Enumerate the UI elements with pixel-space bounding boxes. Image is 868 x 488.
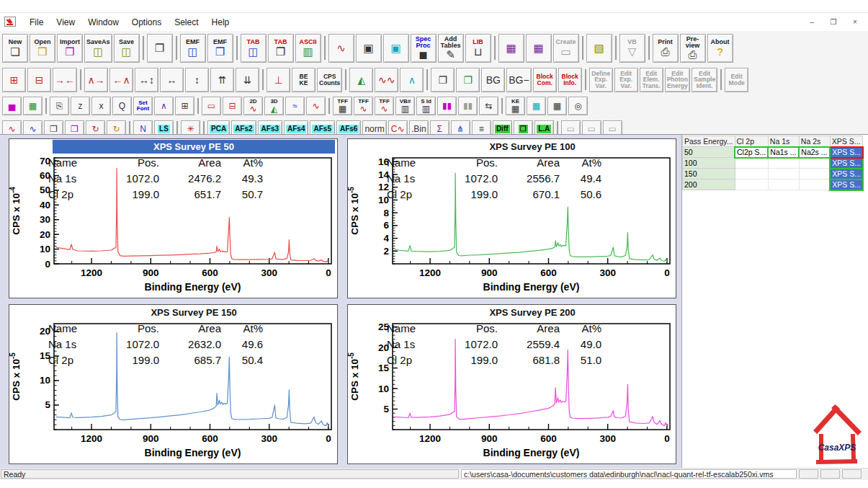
page-up-button[interactable]: ⇈ [210, 68, 234, 92]
convert-blocks-button[interactable]: ▦ [498, 34, 524, 63]
instrument-frame-button[interactable]: ▣ [356, 34, 382, 63]
set-font-button[interactable]: Set Font [133, 97, 153, 115]
minimize-button[interactable]: – [806, 18, 818, 26]
cl2p-cell[interactable] [735, 169, 768, 179]
view-menu[interactable]: View [50, 15, 81, 30]
zoom-state-button[interactable]: ⊞ [2, 68, 26, 92]
print-button[interactable]: Print ⎙ [653, 34, 679, 63]
browser-column-header[interactable]: Pass Energy... [683, 136, 735, 147]
pass-energy-cell[interactable]: 100 [683, 158, 735, 169]
na2s-cell[interactable] [799, 158, 830, 169]
new-button[interactable]: New ❏ [2, 34, 28, 63]
cl2p-cell[interactable] [735, 179, 768, 190]
page-rows-button[interactable]: ⊟ [223, 97, 242, 115]
na2s-cell[interactable] [799, 179, 830, 190]
save-button[interactable]: Save ◫ [114, 34, 140, 63]
panel-title-bar[interactable]: XPS Survey PE 200 [391, 306, 674, 319]
na1s-cell[interactable] [768, 158, 799, 169]
export-emf-disk-button[interactable]: EMF ◫ [180, 34, 206, 63]
quad-view-button[interactable]: ⊞ [175, 97, 194, 115]
plot-3d-surface-button[interactable]: 3D ◭ [264, 97, 284, 115]
panel-title-bar[interactable]: XPS Survey PE 100 [391, 140, 674, 154]
plot-2d-button[interactable]: 2D ∿ [243, 97, 263, 115]
report-clipboard-button[interactable]: ⎘ [50, 97, 69, 115]
plot-3d-button[interactable]: ◭ [349, 68, 373, 92]
na1s-cell[interactable] [768, 169, 799, 179]
tff-baseline-button[interactable]: TFF ∿ [375, 97, 394, 115]
region-fill-button[interactable]: ∧ [400, 68, 424, 92]
cl2p-cell[interactable] [735, 158, 768, 169]
toolbar-options-button[interactable]: ∿ [328, 34, 354, 63]
stack-overlay-button[interactable]: ∿ [306, 97, 326, 115]
column-colors-button[interactable]: ▮▮ [437, 97, 457, 115]
copy-x-button[interactable]: x [91, 97, 111, 115]
panel-title-bar[interactable]: XPS Survey PE 50 [53, 140, 335, 154]
copy-z-button[interactable]: z [71, 97, 90, 115]
page-down-button[interactable]: ⇊ [236, 68, 259, 92]
lib-button[interactable]: LIB ⊔ [465, 34, 491, 63]
display-spectra-button[interactable]: ▅ [2, 97, 22, 115]
xps-survey-cell[interactable]: XPS S... [830, 169, 863, 179]
overlay-spectra-button[interactable]: ∿∿ [375, 68, 398, 92]
be-ke-button[interactable]: BE KE [292, 68, 316, 92]
zoom-reset-button[interactable]: →← [53, 68, 77, 92]
xps-survey-cell[interactable]: XPS S... [830, 147, 863, 158]
panel-title-bar[interactable]: XPS Survey PE 150 [53, 306, 335, 319]
cps-counts-button[interactable]: CPS Counts [317, 68, 342, 92]
file-menu[interactable]: File [23, 15, 50, 30]
print-preview-button[interactable]: Pre- view ⎙ [680, 34, 706, 63]
add-tables-button[interactable]: Add Tables ✎ [438, 34, 464, 63]
pan-left-button[interactable]: ←∧ [109, 68, 133, 92]
copy-page-button[interactable]: ❐ [147, 34, 173, 63]
expand-x-button[interactable]: ↔ [160, 68, 184, 92]
convert-blocks-sort-button[interactable]: ▦ [526, 34, 552, 63]
ke-grid-button[interactable]: KE ▦ [506, 97, 525, 115]
block-transfer-button[interactable]: ⇆ [479, 97, 498, 115]
zoom-back-button[interactable]: ⊟ [27, 68, 51, 92]
window-menu[interactable]: Window [81, 15, 125, 30]
browser-column-header[interactable]: XPS S... [830, 136, 863, 147]
xps-survey-cell[interactable]: XPS S... [830, 158, 863, 169]
copy-tab-button[interactable]: TAB ❐ [268, 34, 294, 63]
background-subtract-button[interactable]: BG− [506, 68, 531, 92]
expand-y-button[interactable]: ↕ [185, 68, 209, 92]
block-info-button[interactable]: Block Info. [558, 68, 582, 92]
xps-survey-cell[interactable]: XPS S... [830, 179, 863, 190]
browser-column-header[interactable]: Cl 2p [735, 136, 768, 147]
browser-column-header[interactable]: Na 1s [768, 136, 799, 147]
spec-proc-button[interactable]: Spec Proc ◼ [411, 34, 437, 63]
find-button[interactable]: ◎ [568, 97, 588, 115]
export-ascii-button[interactable]: ASCII ▥ [295, 34, 321, 63]
block-comment-button[interactable]: Block Com. [533, 68, 557, 92]
copy-to-new-tile-button[interactable]: ❐ [431, 68, 455, 92]
overlay-xy-button[interactable]: ≈ [285, 97, 305, 115]
import-button[interactable]: Import ❒ [57, 34, 83, 63]
help-menu[interactable]: Help [205, 15, 236, 30]
s-id-button[interactable]: S Id ▥ [416, 97, 436, 115]
peak-label-button[interactable]: ∧ [154, 97, 174, 115]
pass-energy-cell[interactable]: 50 [683, 147, 735, 158]
tff-spectrum-button[interactable]: TFF ∿ [354, 97, 373, 115]
marker-drop-button[interactable]: ⊥ [267, 68, 290, 92]
pass-energy-cell[interactable]: 150 [683, 169, 735, 179]
export-emf-pages-button[interactable]: EMF ❐ [207, 34, 233, 63]
vamas-grid-button[interactable]: ▧ [586, 34, 612, 63]
open-button[interactable]: Open ❒ [30, 34, 55, 63]
tile-colors-button[interactable]: ▦ [23, 97, 42, 115]
cl2p-cell[interactable]: Cl2p S... [735, 147, 768, 158]
save-tab-button[interactable]: TAB ◫ [241, 34, 267, 63]
processing-dialog-button[interactable]: ▣ [383, 34, 409, 63]
page-tile-button[interactable]: ▭ [202, 97, 221, 115]
expand-xy-button[interactable]: ↔↕ [135, 68, 158, 92]
tff-table-button[interactable]: TFF ▦ [333, 97, 352, 115]
select-menu[interactable]: Select [168, 15, 205, 30]
browser-column-header[interactable]: Na 2s [799, 136, 830, 147]
vb-number-button[interactable]: VB# ▥ [395, 97, 415, 115]
grid-dot-button[interactable]: ▦ [547, 97, 567, 115]
grid-select-button[interactable]: ▦ [527, 97, 546, 115]
save-as-button[interactable]: SaveAs ◫ [84, 34, 112, 63]
copy-q-button[interactable]: Q [112, 97, 132, 115]
pass-energy-cell[interactable]: 200 [683, 179, 735, 190]
na1s-cell[interactable] [768, 179, 799, 190]
na1s-cell[interactable]: Na1s ... [768, 147, 799, 158]
